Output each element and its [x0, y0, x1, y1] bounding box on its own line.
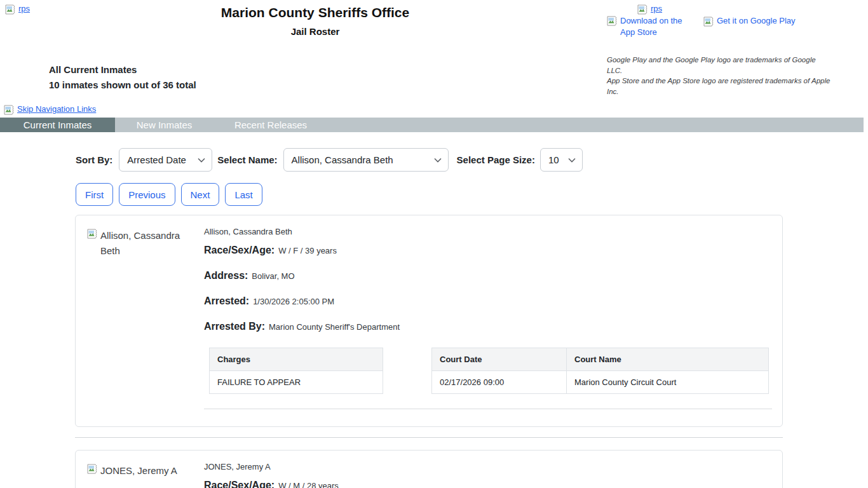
broken-image-icon: [87, 229, 99, 239]
charges-header: Charges: [210, 348, 383, 371]
sort-by-select[interactable]: Arrested Date: [119, 148, 212, 172]
broken-image-icon: [637, 4, 649, 15]
sort-by-value: Arrested Date: [127, 154, 186, 165]
inmate-details: Allison, Cassandra Beth Race/Sex/Age:W /…: [204, 227, 772, 409]
chevron-down-icon: [434, 158, 442, 163]
table-row: FAILURE TO APPEAR: [210, 371, 383, 394]
pagination: First Previous Next Last: [76, 183, 262, 206]
address-row: Address:Bolivar, MO: [204, 269, 772, 281]
trademark-line-google: Google Play and the Google Play logo are…: [607, 55, 831, 76]
tab-new-inmates[interactable]: New Inmates: [115, 118, 214, 132]
list-controls: Sort By: Arrested Date Select Name: Alli…: [76, 148, 583, 172]
arrested-label: Arrested:: [204, 295, 249, 306]
app-store-link[interactable]: Download on the App Store: [607, 15, 692, 38]
court-date-header: Court Date: [432, 348, 567, 371]
google-play-link-label: Get it on Google Play: [717, 16, 796, 25]
chevron-down-icon: [198, 158, 205, 163]
inmate-photo-alt-text: JONES, Jeremy A: [100, 463, 177, 478]
last-page-button[interactable]: Last: [225, 183, 262, 206]
chevron-down-icon: [568, 158, 576, 163]
next-page-button[interactable]: Next: [181, 183, 220, 206]
address-value: Bolivar, MO: [252, 271, 294, 281]
inmate-name: JONES, Jeremy A: [204, 462, 772, 471]
race-sex-age-value: W / M / 28 years: [278, 481, 339, 488]
race-sex-age-row: Race/Sex/Age:W / F / 39 years: [204, 244, 772, 256]
race-sex-age-value: W / F / 39 years: [278, 246, 337, 255]
page-size-label: Select Page Size:: [457, 154, 535, 165]
court-name-header: Court Name: [567, 348, 769, 371]
skip-navigation-label: Skip Navigation Links: [17, 104, 96, 114]
broken-image-icon: [4, 105, 16, 115]
inmate-name: Allison, Cassandra Beth: [204, 227, 772, 236]
page-title: Marion County Sheriffs Office: [83, 5, 548, 20]
sort-by-label: Sort By:: [76, 154, 112, 165]
google-play-link[interactable]: Get it on Google Play: [703, 16, 796, 27]
court-name-cell: Marion County Circuit Court: [567, 371, 769, 394]
broken-image-icon: [5, 4, 17, 15]
trademark-line-apple: App Store and the App Store logo are reg…: [607, 76, 831, 97]
previous-page-button[interactable]: Previous: [119, 183, 175, 206]
card-inner-divider: [204, 409, 772, 409]
skip-navigation-link[interactable]: Skip Navigation Links: [4, 104, 96, 115]
broken-image-icon: [703, 17, 715, 27]
race-sex-age-label: Race/Sex/Age:: [204, 245, 275, 255]
card-separator: [75, 437, 783, 438]
tab-current-inmates[interactable]: Current Inmates: [0, 118, 115, 132]
court-table: Court Date Court Name 02/17/2026 09:00 M…: [431, 348, 769, 394]
inmate-card: JONES, Jeremy A JONES, Jeremy A Race/Sex…: [75, 450, 783, 488]
inmate-count: 10 inmates shown out of 36 total: [49, 79, 196, 90]
tab-recent-releases[interactable]: Recent Releases: [214, 118, 328, 132]
inmate-card: Allison, Cassandra Beth Allison, Cassand…: [75, 215, 783, 427]
arrested-value: 1/30/2026 2:05:00 PM: [253, 297, 334, 306]
court-date-cell: 02/17/2026 09:00: [432, 371, 567, 394]
select-name-label: Select Name:: [217, 154, 277, 165]
inmate-photo-missing: JONES, Jeremy A: [87, 463, 187, 478]
tab-bar: Current Inmates New Inmates Recent Relea…: [0, 118, 864, 132]
page-subtitle: Jail Roster: [83, 26, 548, 37]
inmate-photo-missing: Allison, Cassandra Beth: [87, 228, 187, 259]
charges-table: Charges FAILURE TO APPEAR: [209, 348, 383, 394]
page-size-select[interactable]: 10: [540, 148, 583, 172]
arrested-by-value: Marion County Sheriff's Department: [269, 322, 400, 332]
arrested-by-label: Arrested By:: [204, 321, 265, 332]
select-name-value: Allison, Cassandra Beth: [292, 154, 393, 165]
trademark-notice: Google Play and the Google Play logo are…: [607, 55, 831, 97]
header-title-block: Marion County Sheriffs Office Jail Roste…: [83, 5, 548, 37]
charge-cell: FAILURE TO APPEAR: [210, 371, 383, 394]
inmate-photo-alt-text: Allison, Cassandra Beth: [100, 228, 187, 259]
charges-and-court-tables: Charges FAILURE TO APPEAR Court Date Cou…: [209, 348, 772, 394]
roster-heading: All Current Inmates: [49, 64, 137, 75]
broken-image-icon: [607, 16, 619, 26]
rps-logo-link[interactable]: rps: [5, 4, 30, 15]
app-store-link-label: Download on the App Store: [620, 15, 692, 38]
select-name-select[interactable]: Allison, Cassandra Beth: [283, 148, 449, 172]
page-size-value: 10: [548, 154, 559, 165]
broken-image-icon: [87, 464, 99, 474]
race-sex-age-row: Race/Sex/Age:W / M / 28 years: [204, 479, 772, 488]
race-sex-age-label: Race/Sex/Age:: [204, 480, 275, 488]
address-label: Address:: [204, 270, 248, 281]
rps-store-logo-label: rps: [651, 4, 662, 13]
table-row: 02/17/2026 09:00 Marion County Circuit C…: [432, 371, 769, 394]
first-page-button[interactable]: First: [76, 183, 113, 206]
rps-logo-label: rps: [18, 4, 30, 13]
arrested-by-row: Arrested By:Marion County Sheriff's Depa…: [204, 320, 772, 332]
inmate-details: JONES, Jeremy A Race/Sex/Age:W / M / 28 …: [204, 462, 772, 488]
arrested-row: Arrested:1/30/2026 2:05:00 PM: [204, 295, 772, 307]
jail-roster-page: rps Marion County Sheriffs Office Jail R…: [0, 0, 868, 488]
rps-store-logo-link[interactable]: rps: [637, 4, 662, 15]
